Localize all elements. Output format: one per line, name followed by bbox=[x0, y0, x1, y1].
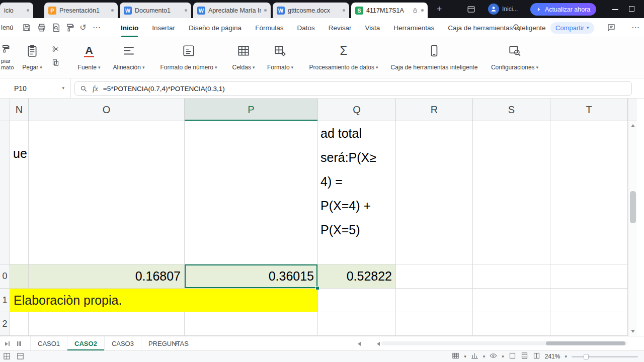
chevron-down-icon[interactable]: ▾ bbox=[464, 354, 466, 359]
copy-icon[interactable] bbox=[52, 59, 59, 68]
sheet-tab-caso2-active[interactable]: CASO2 bbox=[67, 336, 105, 350]
vertical-scrollbar[interactable] bbox=[628, 99, 637, 336]
name-box[interactable]: P10 ▾ bbox=[0, 78, 71, 98]
data-processing-group-button[interactable]: Σ Procesamiento de datos▾ bbox=[303, 41, 384, 74]
print-icon[interactable] bbox=[37, 23, 46, 32]
add-sheet-button[interactable]: + bbox=[171, 338, 181, 348]
column-header-p-selected[interactable]: P bbox=[185, 99, 318, 121]
visibility-icon[interactable] bbox=[490, 352, 497, 361]
column-header-o[interactable]: O bbox=[29, 99, 185, 121]
cell-S12[interactable] bbox=[473, 312, 550, 336]
comment-icon[interactable] bbox=[607, 23, 616, 32]
cell-Q10[interactable]: 0.52822 bbox=[318, 264, 396, 289]
cell-R9[interactable] bbox=[396, 121, 473, 264]
cell-T11[interactable] bbox=[550, 289, 628, 312]
cell-R12[interactable] bbox=[396, 312, 473, 336]
scroll-up-arrow[interactable] bbox=[631, 124, 635, 127]
chart-tools-icon[interactable] bbox=[471, 352, 478, 361]
scroll-down-arrow[interactable] bbox=[631, 330, 635, 333]
row-header-11[interactable]: 1 bbox=[0, 289, 10, 312]
number-format-group-button[interactable]: Formato de número▾ bbox=[154, 41, 223, 74]
table-tools-icon[interactable] bbox=[452, 352, 459, 361]
cell-O12[interactable] bbox=[29, 312, 185, 336]
settings-group-button[interactable]: Configuraciones▾ bbox=[484, 41, 545, 74]
row-header-10[interactable]: 0 bbox=[0, 264, 10, 289]
cell-Q9[interactable]: ad total será:P(X≥ 4) = P(X=4) + P(X=5) bbox=[318, 121, 396, 264]
scroll-left-icon[interactable] bbox=[355, 340, 363, 347]
column-header-t[interactable]: T bbox=[550, 99, 628, 121]
cell-Q12[interactable] bbox=[318, 312, 396, 336]
cell-Q11[interactable] bbox=[318, 289, 396, 312]
doc-tab-documento1[interactable]: W Documento1 bbox=[120, 3, 191, 18]
page-layout-view-icon[interactable] bbox=[521, 352, 528, 361]
ribbon-tab-inicio[interactable]: Inicio bbox=[121, 18, 138, 37]
column-header-n[interactable]: N bbox=[10, 99, 29, 121]
alignment-group-button[interactable]: Alineación▾ bbox=[109, 41, 149, 74]
doc-tab-apreciable-maria[interactable]: W Apreciable María Iné bbox=[193, 3, 271, 18]
cell-O10[interactable]: 0.16807 bbox=[29, 264, 185, 289]
minimize-button[interactable] bbox=[610, 4, 621, 15]
user-avatar[interactable] bbox=[488, 4, 499, 15]
column-header-s[interactable]: S bbox=[473, 99, 550, 121]
menu-button[interactable]: lenú bbox=[1, 24, 14, 31]
share-button[interactable]: Compartir ▾ bbox=[550, 22, 594, 34]
vertical-scroll-thumb[interactable] bbox=[630, 191, 636, 223]
horizontal-scrollbar[interactable] bbox=[381, 341, 627, 345]
ribbon-tab-diseno[interactable]: Diseño de página bbox=[189, 18, 242, 37]
panel-view-icon[interactable] bbox=[17, 352, 24, 362]
undo-icon[interactable]: ↺ bbox=[78, 23, 88, 32]
ribbon-tab-caja-inteligente[interactable]: Caja de herramientas inteligente bbox=[448, 18, 545, 37]
doc-tab-spreadsheet-active[interactable]: S 4117M17S1A bbox=[351, 3, 428, 18]
cell-S10[interactable] bbox=[473, 264, 550, 289]
cell-S11[interactable] bbox=[473, 289, 550, 312]
format-painter-icon[interactable] bbox=[65, 23, 74, 32]
doc-tab-start[interactable]: icio bbox=[0, 3, 33, 18]
sheet-nav-first-icon[interactable] bbox=[3, 340, 11, 347]
sheet-tab-caso1[interactable]: CASO1 bbox=[30, 336, 67, 350]
fill-handle[interactable] bbox=[315, 286, 319, 290]
cell-P10-selected[interactable]: 0.36015 bbox=[185, 264, 318, 289]
cell-P12[interactable] bbox=[185, 312, 318, 336]
grid-view-icon[interactable] bbox=[3, 352, 11, 362]
cell-R10[interactable] bbox=[396, 264, 473, 289]
cell-S9[interactable] bbox=[473, 121, 550, 264]
more-options-icon[interactable]: ⋯ bbox=[631, 23, 640, 32]
save-icon[interactable] bbox=[22, 23, 31, 32]
cell-P9[interactable] bbox=[185, 121, 318, 264]
page-break-view-icon[interactable] bbox=[533, 352, 540, 361]
sheet-tab-preguntas[interactable]: PREGUNTAS bbox=[141, 336, 196, 350]
column-header-q[interactable]: Q bbox=[318, 99, 396, 121]
paste-button[interactable]: Pegar▾ bbox=[18, 41, 46, 74]
row-header-12[interactable]: 2 bbox=[0, 312, 10, 336]
search-icon[interactable] bbox=[512, 23, 521, 32]
ribbon-tab-vista[interactable]: Vista bbox=[365, 18, 380, 37]
chevron-down-icon[interactable]: ▾ bbox=[502, 354, 504, 359]
print-preview-icon[interactable] bbox=[52, 23, 61, 32]
formula-input[interactable]: fx =5*POTENCIA(0.7,4)*POTENCIA(0.3,1) bbox=[74, 81, 632, 96]
chevron-down-icon[interactable]: ▾ bbox=[483, 354, 486, 359]
column-header-r[interactable]: R bbox=[396, 99, 473, 121]
smart-toolbox-group-button[interactable]: Caja de herramientas inteligente bbox=[389, 41, 479, 74]
cell-T10[interactable] bbox=[550, 264, 628, 289]
update-now-button[interactable]: Actualizar ahora bbox=[530, 3, 596, 16]
doc-tab-presentacion1[interactable]: P Presentación1 bbox=[44, 3, 118, 18]
cell-T9[interactable] bbox=[550, 121, 628, 264]
chevron-down-icon[interactable]: ▾ bbox=[565, 354, 567, 359]
cells-group-button[interactable]: Celdas▾ bbox=[229, 41, 258, 74]
zoom-level[interactable]: 241% bbox=[545, 353, 560, 360]
zoom-slider[interactable] bbox=[572, 356, 638, 357]
sheet-tab-caso3[interactable]: CASO3 bbox=[105, 336, 141, 350]
insert-function-button[interactable]: fx bbox=[93, 84, 98, 93]
horizontal-scroll-thumb[interactable] bbox=[546, 341, 625, 345]
cell-R11[interactable] bbox=[396, 289, 473, 312]
cell-N12[interactable] bbox=[10, 312, 29, 336]
cell-N10[interactable] bbox=[10, 264, 29, 289]
maximize-button[interactable] bbox=[629, 6, 634, 12]
normal-view-icon[interactable] bbox=[509, 352, 516, 361]
ribbon-tab-formulas[interactable]: Fórmulas bbox=[255, 18, 283, 37]
cell-note-highlighted[interactable]: Elaboraciòn propia. bbox=[10, 289, 318, 312]
ribbon-tab-insertar[interactable]: Insertar bbox=[152, 18, 175, 37]
cell-T12[interactable] bbox=[550, 312, 628, 336]
row-header[interactable] bbox=[0, 121, 10, 264]
more-tools-icon[interactable]: ⋯ bbox=[92, 23, 101, 32]
